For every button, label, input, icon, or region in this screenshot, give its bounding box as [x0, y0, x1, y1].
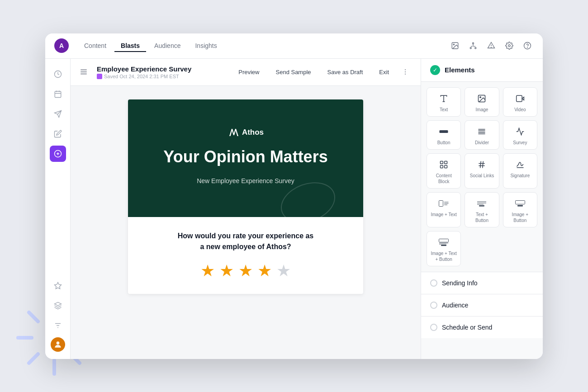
- more-options-button[interactable]: [399, 66, 412, 78]
- audience-label: Audience: [442, 302, 468, 309]
- svg-marker-29: [54, 302, 61, 306]
- social-links-element-icon: [477, 159, 486, 170]
- element-text-button[interactable]: Text + Button: [465, 192, 499, 227]
- element-text[interactable]: Text: [427, 87, 461, 117]
- svg-rect-60: [439, 200, 443, 206]
- canvas-area[interactable]: Athos Your Opinion Matters New Employee …: [71, 86, 421, 359]
- svg-line-58: [483, 161, 484, 168]
- video-element-icon: [516, 93, 525, 104]
- menu-icon[interactable]: [80, 68, 88, 76]
- svg-rect-51: [441, 161, 443, 164]
- text-button-element-icon: [477, 198, 487, 209]
- svg-point-38: [405, 71, 406, 72]
- divider-element-label: Divider: [475, 140, 489, 146]
- accordion-audience[interactable]: Audience: [421, 294, 543, 316]
- element-signature[interactable]: Signature: [503, 153, 537, 189]
- app-logo[interactable]: A: [54, 38, 69, 53]
- image-icon[interactable]: [449, 39, 461, 52]
- star-4[interactable]: ★: [257, 261, 272, 280]
- signature-element-icon: [516, 159, 525, 170]
- element-image[interactable]: Image: [465, 87, 499, 117]
- save-as-draft-button[interactable]: Save as Draft: [321, 66, 370, 78]
- svg-rect-67: [479, 205, 484, 207]
- video-element-label: Video: [514, 107, 526, 113]
- preview-button[interactable]: Preview: [232, 66, 266, 78]
- right-panel: ✓ Elements Text: [421, 59, 543, 359]
- svg-point-43: [480, 96, 481, 98]
- svg-point-15: [508, 45, 511, 47]
- image-text-element-label: Image + Text: [431, 212, 456, 217]
- element-button[interactable]: Button: [427, 120, 461, 150]
- element-social-links[interactable]: Social Links: [465, 153, 499, 189]
- element-video[interactable]: Video: [503, 87, 537, 117]
- tab-content[interactable]: Content: [78, 39, 113, 52]
- editor-area: Employee Experience Survey Saved Oct 24,…: [71, 59, 421, 359]
- star-3[interactable]: ★: [238, 261, 253, 280]
- svg-rect-53: [441, 165, 443, 168]
- sidebar-send-icon[interactable]: [50, 106, 66, 122]
- athos-logo: Athos: [228, 127, 264, 138]
- element-divider[interactable]: Divider: [465, 120, 499, 150]
- element-survey[interactable]: Survey: [503, 120, 537, 150]
- accordion-sending-info[interactable]: Sending Info: [421, 272, 543, 294]
- alert-icon[interactable]: [485, 39, 498, 52]
- star-1[interactable]: ★: [200, 261, 215, 280]
- svg-rect-46: [440, 130, 448, 133]
- content-block-element-icon: [439, 159, 448, 170]
- gear-icon[interactable]: [503, 39, 516, 52]
- sidebar-calendar-icon[interactable]: [50, 86, 66, 102]
- svg-rect-44: [516, 95, 522, 101]
- panel-header: ✓ Elements: [421, 59, 543, 82]
- app-window: A Content Blasts Audience Insights: [45, 33, 543, 359]
- survey-element-icon: [516, 126, 525, 137]
- tab-audience[interactable]: Audience: [148, 39, 187, 52]
- user-avatar[interactable]: [51, 337, 65, 352]
- elements-title: Elements: [445, 66, 475, 74]
- exit-button[interactable]: Exit: [373, 66, 395, 78]
- editor-saved-status: Saved Oct 24, 2024 2:31 PM EST: [97, 74, 227, 79]
- accordion-schedule-or-send[interactable]: Schedule or Send: [421, 316, 543, 338]
- audience-radio: [430, 302, 437, 309]
- editor-actions: Preview Send Sample Save as Draft Exit: [232, 66, 412, 78]
- image-text-button-element-icon: [439, 237, 449, 248]
- sidebar-filter-icon[interactable]: [50, 317, 66, 334]
- send-sample-button[interactable]: Send Sample: [270, 66, 318, 78]
- sidebar-history-icon[interactable]: [50, 66, 66, 82]
- element-image-button[interactable]: Image + Button: [503, 192, 537, 227]
- hero-subtitle: New Employee Experience Survey: [197, 177, 294, 184]
- svg-line-7: [29, 354, 38, 363]
- survey-question: How would you rate your experience asa n…: [146, 231, 345, 252]
- sidebar-edit-icon[interactable]: [50, 126, 66, 142]
- svg-line-57: [480, 161, 481, 168]
- image-button-element-label: Image + Button: [507, 212, 533, 223]
- brand-name: Athos: [242, 128, 264, 137]
- elements-grid: Text Image: [421, 82, 543, 272]
- sidebar-layers-icon[interactable]: [50, 298, 66, 314]
- schedule-or-send-label: Schedule or Send: [442, 324, 492, 331]
- star-5[interactable]: ★: [276, 261, 291, 280]
- top-nav: A Content Blasts Audience Insights: [45, 33, 543, 59]
- sending-info-label: Sending Info: [442, 279, 478, 287]
- element-image-text-button[interactable]: Image + Text+ Button: [427, 231, 461, 266]
- svg-point-33: [56, 341, 59, 345]
- svg-rect-52: [445, 161, 447, 164]
- tab-blasts[interactable]: Blasts: [114, 39, 146, 52]
- stars-row: ★ ★ ★ ★ ★: [146, 261, 345, 280]
- sidebar-add-icon[interactable]: [50, 146, 66, 162]
- editor-title-block: Employee Experience Survey Saved Oct 24,…: [97, 65, 227, 79]
- elements-check-icon: ✓: [430, 65, 440, 75]
- element-image-text[interactable]: Image + Text: [427, 192, 461, 227]
- svg-point-11: [470, 47, 471, 49]
- tab-insights[interactable]: Insights: [189, 39, 223, 52]
- element-content-block[interactable]: Content Block: [427, 153, 461, 189]
- content-block-element-label: Content Block: [431, 173, 457, 184]
- star-2[interactable]: ★: [219, 261, 234, 280]
- svg-marker-28: [54, 282, 61, 288]
- svg-rect-73: [441, 245, 446, 246]
- image-element-label: Image: [476, 107, 488, 113]
- help-icon[interactable]: [521, 39, 534, 52]
- hierarchy-icon[interactable]: [467, 39, 479, 52]
- svg-rect-69: [517, 205, 523, 206]
- sidebar-star-icon[interactable]: [50, 278, 66, 294]
- editor-toolbar: Employee Experience Survey Saved Oct 24,…: [71, 59, 421, 86]
